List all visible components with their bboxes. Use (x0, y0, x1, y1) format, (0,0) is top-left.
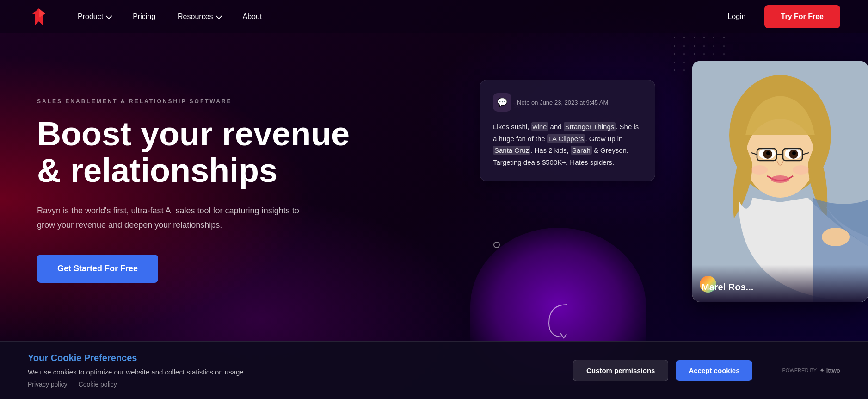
svg-point-19 (822, 228, 850, 246)
product-chevron-icon (105, 13, 112, 19)
nav-product-label: Product (78, 12, 103, 21)
nav-try-free-button[interactable]: Try For Free (764, 5, 840, 28)
nav-item-pricing[interactable]: Pricing (123, 9, 165, 25)
hero-title-line1: Boost your revenue (37, 115, 350, 152)
small-circle-decoration (493, 242, 500, 248)
hero-visual: ☆ 💬 Note on June 23, 2023 at 9:45 AM (452, 61, 868, 385)
hero-title: Boost your revenue & relationships (37, 116, 361, 189)
nav-item-about[interactable]: About (234, 9, 271, 25)
cookie-banner: Your Cookie Preferences We use cookies t… (0, 341, 868, 399)
note-highlight-stranger-things: Stranger Things (564, 122, 616, 131)
nav-login-button[interactable]: Login (720, 9, 753, 25)
svg-point-10 (792, 151, 796, 155)
hero-section: SALES ENABLEMENT & RELATIONSHIP SOFTWARE… (0, 33, 868, 367)
photo-card: Marel Ros... (692, 61, 868, 302)
nav-about-label: About (243, 12, 262, 21)
ittwo-brand: ✦ ittwo (819, 367, 840, 374)
note-timestamp: Note on June 23, 2023 at 9:45 AM (517, 99, 608, 106)
hero-cta-button[interactable]: Get Started For Free (37, 255, 158, 283)
nav-logo[interactable] (28, 6, 50, 28)
note-card: 💬 Note on June 23, 2023 at 9:45 AM Likes… (480, 80, 655, 181)
photo-name-text: Marel Ros... (702, 282, 753, 293)
note-highlight-sarah: Sarah (571, 146, 592, 155)
custom-permissions-button[interactable]: Custom permissions (573, 360, 668, 381)
cookie-policy-link[interactable]: Cookie policy (79, 380, 117, 388)
powered-by-label: POWERED BY (782, 368, 817, 373)
cookie-text-block: Your Cookie Preferences We use cookies t… (28, 353, 554, 388)
chat-bubble-icon: 💬 (493, 93, 511, 112)
hero-text-block: SALES ENABLEMENT & RELATIONSHIP SOFTWARE… (37, 70, 361, 283)
note-body: Likes sushi, wine and Stranger Things. S… (493, 121, 642, 168)
cookie-title: Your Cookie Preferences (28, 353, 554, 363)
cookie-powered-by: POWERED BY ✦ ittwo (782, 367, 840, 374)
note-highlight-wine: wine (531, 122, 548, 131)
hero-subtitle: Ravyn is the world's first, ultra-fast A… (37, 204, 305, 232)
cookie-links: Privacy policy Cookie policy (28, 380, 554, 388)
note-highlight-santa-cruz: Santa Cruz (493, 146, 530, 155)
nav-pricing-label: Pricing (133, 12, 155, 21)
resources-chevron-icon (215, 13, 222, 19)
cookie-actions: Custom permissions Accept cookies (573, 360, 752, 381)
svg-point-16 (771, 175, 789, 183)
nav-right: Login Try For Free (720, 5, 840, 28)
svg-point-18 (793, 165, 809, 175)
cookie-description: We use cookies to optimize our website a… (28, 368, 554, 376)
accept-cookies-button[interactable]: Accept cookies (676, 360, 752, 381)
privacy-policy-link[interactable]: Privacy policy (28, 380, 68, 388)
nav-item-product[interactable]: Product (68, 9, 120, 25)
hero-eyebrow: SALES ENABLEMENT & RELATIONSHIP SOFTWARE (37, 98, 361, 105)
nav-item-resources[interactable]: Resources (168, 9, 229, 25)
photo-name-overlay: Marel Ros... (692, 265, 868, 302)
navbar: Product Pricing Resources About Login Tr… (0, 0, 868, 33)
svg-point-17 (751, 165, 768, 175)
nav-links: Product Pricing Resources About (68, 9, 720, 25)
hero-title-line2: & relationships (37, 152, 277, 189)
note-highlight-la-clippers: LA Clippers (547, 134, 585, 143)
note-header: 💬 Note on June 23, 2023 at 9:45 AM (493, 93, 642, 112)
nav-resources-label: Resources (178, 12, 213, 21)
svg-point-9 (766, 151, 770, 155)
